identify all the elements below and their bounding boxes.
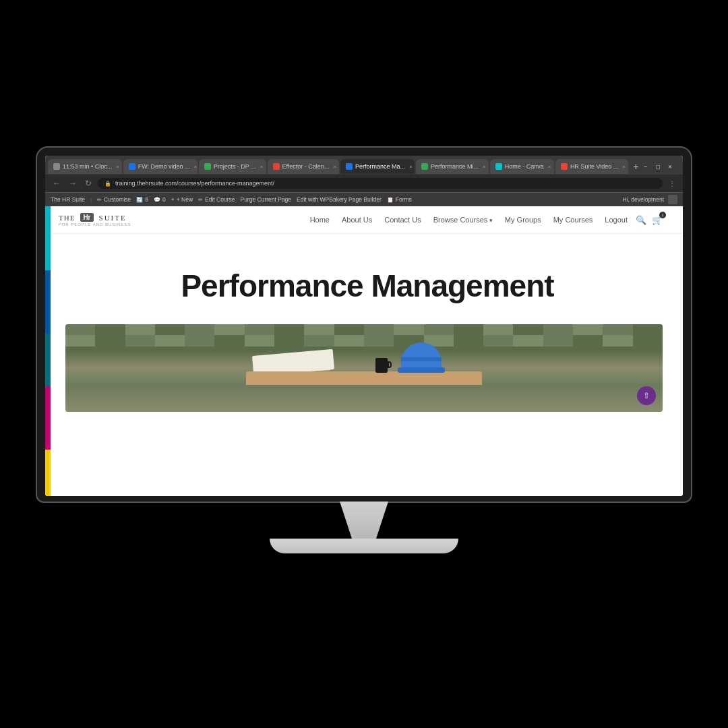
logo-hr-box: Hr [80, 213, 93, 222]
toolbar-editcourse-label: Edit Course [205, 196, 235, 203]
monitor: 11:53 min • Cloc... × FW: Demo video ...… [37, 148, 691, 553]
tab-hrsuite[interactable]: HR Suite Video ... × [555, 159, 628, 174]
toolbar-new[interactable]: + + New [171, 196, 193, 203]
site-logo[interactable]: THE Hr SUITE FOR PEOPLE AND BUSINESS [59, 213, 131, 226]
color-bar-teal [45, 334, 51, 386]
nav-contact[interactable]: Contact Us [384, 216, 421, 224]
page-title: Performance Management [79, 268, 656, 304]
tab-label: Projects - DP ... [214, 163, 256, 170]
nav-links: Home About Us Contact Us Browse Courses … [310, 216, 628, 224]
website-content: THE Hr SUITE FOR PEOPLE AND BUSINESS Hom… [45, 206, 683, 496]
color-bar-blue [45, 270, 51, 334]
nav-browse[interactable]: Browse Courses [433, 216, 493, 224]
tab-label: HR Suite Video ... [570, 163, 618, 170]
tab-favicon [421, 163, 428, 170]
tab-label: Home - Canva [505, 163, 544, 170]
url-text: training.thehrsuite.com/courses/performa… [115, 180, 274, 187]
extensions-button[interactable]: ⋮ [667, 179, 677, 189]
desk-surface [246, 371, 482, 385]
helmet-body [401, 342, 442, 369]
toolbar-forms[interactable]: 📋 Forms [387, 196, 412, 203]
toolbar-right: Hi, development [623, 195, 677, 204]
tab-favicon [561, 163, 568, 170]
minimize-button[interactable]: − [644, 163, 650, 170]
tab-performance-active[interactable]: Performance Ma... × [340, 159, 415, 174]
side-color-bars [45, 206, 51, 496]
monitor-screen: 11:53 min • Cloc... × FW: Demo video ...… [37, 148, 691, 502]
cart-icon[interactable]: 🛒 1 [652, 215, 663, 225]
toolbar-new-label: + New [177, 196, 193, 203]
logo-top: THE Hr SUITE [59, 213, 127, 222]
helmet-brim [398, 367, 445, 373]
wp-toolbar: The HR Suite | ✏ Customise 🔄 8 💬 0 [45, 192, 683, 206]
toolbar-updates[interactable]: 🔄 8 [136, 196, 148, 203]
tab-close-icon[interactable]: × [622, 164, 626, 170]
search-icon[interactable]: 🔍 [636, 215, 646, 225]
hard-hat [401, 342, 442, 373]
toolbar-site[interactable]: The HR Suite [51, 196, 85, 203]
browser-window: 11:53 min • Cloc... × FW: Demo video ...… [45, 156, 683, 496]
toolbar-editcourse[interactable]: ✏ Edit Course [198, 196, 235, 203]
helmet-band [401, 357, 442, 361]
tab-canva[interactable]: Home - Canva × [490, 159, 554, 174]
tab-favicon [495, 163, 502, 170]
tab-close-icon[interactable]: × [409, 164, 413, 170]
toolbar-purge[interactable]: Purge Current Page [240, 196, 291, 203]
desk-scene [246, 358, 482, 412]
back-button[interactable]: ← [51, 177, 63, 189]
tab-close-icon[interactable]: × [116, 164, 119, 170]
logo-tagline: FOR PEOPLE AND BUSINESS [59, 222, 131, 226]
toolbar-forms-label: Forms [396, 196, 412, 203]
address-bar[interactable]: 🔒 training.thehrsuite.com/courses/perfor… [98, 178, 663, 189]
reload-button[interactable]: ↻ [83, 177, 94, 189]
tab-clock[interactable]: 11:53 min • Cloc... × [48, 159, 122, 174]
toolbar-customise[interactable]: ✏ Customise [97, 196, 131, 203]
restore-button[interactable]: □ [656, 163, 663, 170]
mug-handle [388, 361, 392, 368]
address-bar-row: ← → ↻ 🔒 training.thehrsuite.com/courses/… [45, 175, 683, 192]
logo-the: THE [59, 214, 75, 222]
nav-mygroups[interactable]: My Groups [505, 216, 541, 224]
nav-logout[interactable]: Logout [605, 216, 628, 224]
tab-performance-mi[interactable]: Performance Mi... × [416, 159, 489, 174]
close-button[interactable]: × [668, 163, 675, 170]
tab-projects[interactable]: Projects - DP ... × [199, 159, 266, 174]
tab-close-icon[interactable]: × [194, 164, 198, 170]
tab-close-icon[interactable]: × [548, 164, 551, 170]
tab-favicon [129, 163, 135, 170]
tab-close-icon[interactable]: × [483, 164, 486, 170]
lock-icon: 🔒 [104, 181, 111, 187]
toolbar-customise-icon: ✏ [97, 197, 102, 203]
scene: 11:53 min • Cloc... × FW: Demo video ...… [0, 0, 728, 728]
color-bar-yellow [45, 450, 51, 496]
toolbar-wpbakery[interactable]: Edit with WPBakery Page Builder [297, 196, 382, 203]
logo-suite: SUITE [99, 214, 127, 222]
tab-label: 11:53 min • Cloc... [63, 163, 112, 170]
hero-area: Performance Management [45, 234, 683, 324]
color-bar-cyan [45, 206, 51, 270]
window-controls: − □ × [644, 163, 680, 170]
forward-button[interactable]: → [67, 177, 79, 189]
monitor-neck [324, 502, 404, 539]
monitor-stand [37, 502, 691, 553]
tab-close-icon[interactable]: × [333, 164, 336, 170]
dev-avatar [668, 195, 677, 204]
tab-effector[interactable]: Effector - Calen... × [268, 159, 340, 174]
color-bar-pink [45, 386, 51, 450]
new-tab-button[interactable]: + [630, 160, 642, 173]
toolbar-customise-label: Customise [104, 196, 131, 203]
tab-fw[interactable]: FW: Demo video ... × [123, 159, 198, 174]
toolbar-wpbakery-label: Edit with WPBakery Page Builder [297, 196, 382, 203]
nav-home[interactable]: Home [310, 216, 330, 224]
toolbar-comments[interactable]: 💬 0 [154, 196, 166, 203]
toolbar-comments-label: 0 [162, 196, 166, 203]
nav-mycourses[interactable]: My Courses [553, 216, 593, 224]
share-button[interactable]: ⇧ [637, 386, 656, 405]
nav-about[interactable]: About Us [342, 216, 372, 224]
toolbar-site-label: The HR Suite [51, 196, 85, 203]
toolbar-purge-label: Purge Current Page [240, 196, 291, 203]
hero-image: ⇧ [65, 324, 663, 412]
toolbar-updates-label: 8 [145, 196, 148, 203]
tab-close-icon[interactable]: × [260, 164, 264, 170]
cart-badge: 1 [659, 212, 666, 218]
